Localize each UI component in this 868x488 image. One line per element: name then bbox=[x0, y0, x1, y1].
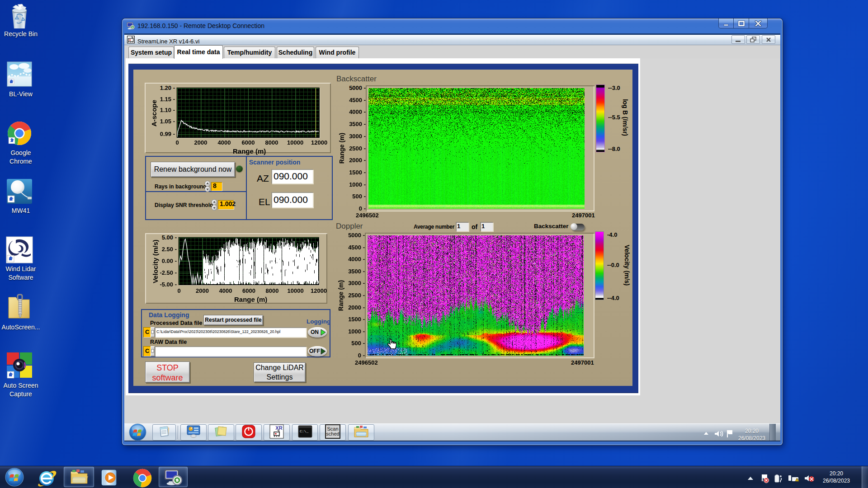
svg-text:!: ! bbox=[797, 478, 797, 481]
svg-text:sched: sched bbox=[326, 431, 339, 436]
svg-text:Scan: Scan bbox=[327, 426, 338, 432]
svg-text:XR: XR bbox=[275, 425, 282, 431]
svg-text:C:\_: C:\_ bbox=[300, 429, 308, 433]
